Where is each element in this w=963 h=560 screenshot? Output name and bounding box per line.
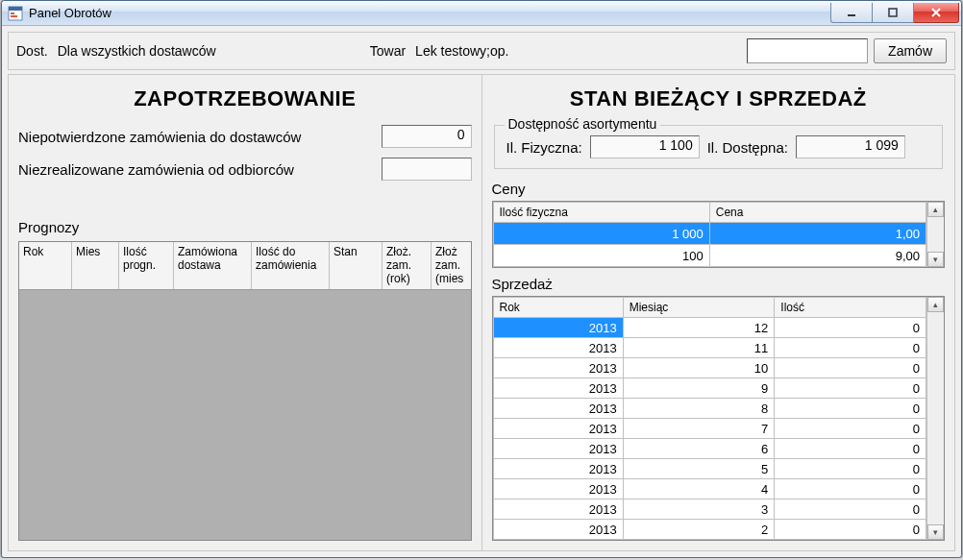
cell-ilosc: 0 (775, 520, 926, 540)
maximize-button[interactable] (873, 3, 914, 23)
titlebar: Panel Obrotów (2, 1, 961, 26)
demand-title: ZAPOTRZEBOWANIE (18, 86, 472, 111)
col-zloz-rok[interactable]: Złoż. zam. (rok) (383, 242, 432, 289)
ceny-col-cena[interactable]: Cena (709, 203, 926, 223)
minimize-button[interactable] (830, 3, 873, 23)
availability-legend: Dostępność asortymentu (505, 116, 661, 132)
app-window: Panel Obrotów Dost. Towar Zamów (1, 0, 962, 558)
filter-bar: Dost. Towar Zamów (8, 32, 955, 70)
table-row[interactable]: 201370 (493, 419, 926, 439)
col-zloz-mies[interactable]: Złoż zam. (mies (432, 242, 471, 289)
quantity-input[interactable] (747, 38, 868, 63)
scroll-up-icon[interactable]: ▴ (927, 202, 944, 217)
ceny-col-ilosc[interactable]: Ilość fizyczna (493, 203, 709, 223)
table-row[interactable]: 2013110 (493, 338, 926, 358)
table-row[interactable]: 2013120 (493, 318, 926, 338)
cell-rok: 2013 (493, 439, 623, 459)
cell-miesiac: 12 (623, 318, 775, 338)
col-zam-dostawa[interactable]: Zamówiona dostawa (174, 242, 252, 289)
prognozy-header: Rok Mies Ilość progn. Zamówiona dostawa … (19, 242, 471, 290)
table-row[interactable]: 1009,00 (493, 245, 926, 267)
availability-group: Dostępność asortymentu Il. Fizyczna: 1 1… (494, 125, 944, 169)
cell-ilosc: 0 (775, 479, 926, 499)
supplier-label: Dost. (16, 43, 48, 59)
cell-miesiac: 7 (623, 419, 775, 439)
cell-ilosc: 0 (775, 378, 926, 399)
scroll-up-icon[interactable]: ▴ (927, 297, 944, 312)
table-row[interactable]: 201320 (493, 520, 926, 540)
stock-title: STAN BIEŻĄCY I SPRZEDAŻ (492, 86, 946, 111)
unconfirmed-value: 0 (382, 125, 472, 148)
cell-ilosc: 1 000 (493, 223, 709, 245)
cell-miesiac: 10 (623, 358, 775, 378)
sprzedaz-label: Sprzedaż (492, 276, 946, 292)
ceny-label: Ceny (492, 181, 946, 197)
cell-rok: 2013 (493, 358, 623, 378)
cell-miesiac: 8 (623, 399, 775, 419)
cell-miesiac: 2 (623, 520, 775, 540)
col-stan[interactable]: Stan (330, 242, 383, 289)
table-row[interactable]: 2013100 (493, 358, 926, 378)
close-button[interactable] (914, 3, 959, 23)
cell-rok: 2013 (493, 479, 623, 499)
table-row[interactable]: 201380 (493, 399, 926, 419)
ceny-table[interactable]: Ilość fizyczna Cena 1 0001,001009,00 (493, 202, 927, 267)
cell-miesiac: 6 (623, 439, 775, 459)
window-title: Panel Obrotów (29, 6, 830, 20)
scroll-down-icon[interactable]: ▾ (927, 524, 944, 540)
svg-rect-4 (848, 14, 855, 16)
unfulfilled-label: Niezrealizowane zamówienia od odbiorców (18, 161, 382, 178)
physical-value: 1 100 (590, 135, 700, 158)
svg-rect-1 (9, 7, 22, 11)
col-rok[interactable]: Rok (19, 242, 72, 289)
table-row[interactable]: 201330 (493, 499, 926, 520)
cell-cena: 1,00 (709, 223, 926, 245)
window-controls (830, 3, 959, 23)
table-row[interactable]: 1 0001,00 (493, 223, 926, 245)
cell-ilosc: 0 (775, 338, 926, 358)
ceny-scrollbar[interactable]: ▴ ▾ (926, 202, 944, 267)
unfulfilled-row: Niezrealizowane zamówienia od odbiorców (18, 158, 472, 181)
sprzedaz-scrollbar[interactable]: ▴ ▾ (926, 297, 944, 540)
table-row[interactable]: 201390 (493, 378, 926, 399)
col-ilosc-progn[interactable]: Ilość progn. (119, 242, 174, 289)
cell-miesiac: 9 (623, 378, 775, 399)
physical-label: Il. Fizyczna: (506, 139, 582, 156)
table-row[interactable]: 201360 (493, 439, 926, 459)
cell-ilosc: 0 (775, 459, 926, 479)
col-ilosc-do-zam[interactable]: Ilość do zamówienia (252, 242, 330, 289)
supplier-input[interactable] (54, 41, 360, 61)
unfulfilled-value (382, 158, 472, 181)
unconfirmed-label: Niepotwierdzone zamówienia do dostawców (18, 129, 382, 145)
available-value: 1 099 (796, 135, 905, 158)
demand-panel: ZAPOTRZEBOWANIE Niepotwierdzone zamówien… (8, 74, 482, 551)
sprzedaz-col-rok[interactable]: Rok (493, 298, 623, 318)
sprzedaz-col-miesiac[interactable]: Miesiąc (623, 298, 775, 318)
sprzedaz-table[interactable]: Rok Miesiąc Ilość 2013120201311020131002… (493, 297, 927, 540)
table-row[interactable]: 201340 (493, 479, 926, 499)
cell-rok: 2013 (493, 338, 623, 358)
cell-ilosc: 0 (775, 318, 926, 338)
cell-cena: 9,00 (709, 245, 926, 267)
prognozy-label: Prognozy (18, 219, 472, 235)
cell-rok: 2013 (493, 318, 623, 338)
order-button[interactable]: Zamów (874, 38, 947, 63)
scroll-down-icon[interactable]: ▾ (927, 252, 944, 267)
cell-miesiac: 4 (623, 479, 775, 499)
cell-rok: 2013 (493, 520, 623, 540)
ceny-table-wrap: Ilość fizyczna Cena 1 0001,001009,00 ▴ ▾ (492, 201, 946, 268)
cell-rok: 2013 (493, 399, 623, 419)
col-mies[interactable]: Mies (72, 242, 119, 289)
cell-miesiac: 3 (623, 499, 775, 520)
sprzedaz-table-wrap: Rok Miesiąc Ilość 2013120201311020131002… (492, 296, 946, 541)
table-row[interactable]: 201350 (493, 459, 926, 479)
cell-rok: 2013 (493, 419, 623, 439)
cell-rok: 2013 (493, 499, 623, 520)
cell-rok: 2013 (493, 459, 623, 479)
prognozy-grid[interactable]: Rok Mies Ilość progn. Zamówiona dostawa … (18, 241, 472, 541)
cell-miesiac: 5 (623, 459, 775, 479)
stock-panel: STAN BIEŻĄCY I SPRZEDAŻ Dostępność asort… (482, 74, 956, 551)
sprzedaz-col-ilosc[interactable]: Ilość (775, 298, 926, 318)
product-input[interactable] (411, 41, 741, 61)
cell-miesiac: 11 (623, 338, 775, 358)
